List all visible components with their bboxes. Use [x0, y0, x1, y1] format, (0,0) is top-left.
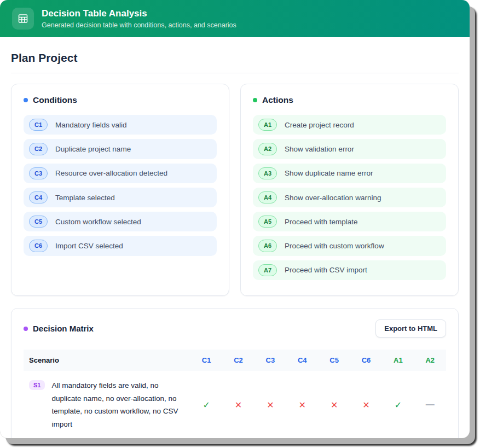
divider [11, 73, 459, 73]
page-title: Plan Project [11, 51, 459, 65]
item-id-badge: A6 [258, 240, 277, 252]
item-id-badge: A5 [258, 216, 277, 228]
item-id-badge: C3 [29, 167, 48, 179]
item-label: Proceed with CSV import [285, 266, 367, 274]
cross-mark-icon: ✕ [318, 371, 350, 438]
column-header-c1: C1 [190, 350, 222, 371]
list-item: C1 Mandatory fields valid [24, 115, 217, 135]
item-label: Custom workflow selected [55, 218, 141, 226]
conditions-card-header: Conditions [24, 95, 217, 105]
item-id-badge: C1 [29, 119, 48, 131]
item-id-badge: C2 [29, 143, 48, 155]
actions-card: Actions A1 Create project record A2 Show… [240, 84, 459, 296]
list-item: A3 Show duplicate name error [253, 164, 446, 183]
header-subtitle: Generated decision table with conditions… [42, 21, 236, 29]
actions-card-header: Actions [253, 95, 446, 105]
list-item: A6 Proceed with custom workflow [253, 236, 446, 255]
matrix-title-wrap: Decision Matrix [24, 324, 94, 333]
cross-mark-icon: ✕ [350, 371, 382, 438]
decision-matrix-card: Decision Matrix Export to HTML ScenarioC… [11, 308, 459, 438]
item-id-badge: A4 [258, 191, 277, 203]
item-label: Show over-allocation warning [285, 194, 381, 202]
matrix-title: Decision Matrix [33, 324, 94, 333]
header-banner: Decision Table Analysis Generated decisi… [0, 0, 470, 37]
actions-dot-icon [253, 98, 257, 102]
header-texts: Decision Table Analysis Generated decisi… [42, 8, 236, 28]
item-id-badge: C4 [29, 191, 48, 203]
check-mark-icon: ✓ [382, 371, 414, 438]
list-item: C3 Resource over-allocation detected [24, 164, 217, 183]
actions-title: Actions [262, 95, 293, 105]
item-label: Import CSV selected [55, 242, 123, 250]
table-icon [12, 8, 34, 30]
item-label: Duplicate project name [55, 145, 131, 153]
item-label: Show validation error [285, 145, 354, 153]
conditions-card: Conditions C1 Mandatory fields valid C2 … [11, 84, 229, 296]
list-item: A2 Show validation error [253, 139, 446, 159]
matrix-header-row: ScenarioC1C2C3C4C5C6A1A2 [24, 350, 446, 371]
cross-mark-icon: ✕ [222, 371, 254, 438]
item-id-badge: A7 [258, 264, 277, 276]
column-header-scenario: Scenario [24, 350, 190, 371]
matrix-body: S1All mandatory fields are valid, no dup… [24, 371, 446, 438]
item-id-badge: C5 [29, 216, 48, 228]
item-label: Template selected [55, 194, 115, 202]
page-body: Plan Project Conditions C1 Mandatory fie… [0, 37, 470, 438]
header-title: Decision Table Analysis [42, 8, 236, 19]
item-id-badge: A1 [258, 119, 277, 131]
item-label: Show duplicate name error [285, 169, 373, 177]
conditions-list: C1 Mandatory fields valid C2 Duplicate p… [24, 115, 217, 256]
conditions-dot-icon [24, 98, 28, 102]
check-mark-icon: ✓ [190, 371, 222, 438]
dash-mark-icon: — [414, 371, 446, 438]
list-item: A1 Create project record [253, 115, 446, 135]
cross-mark-icon: ✕ [286, 371, 318, 438]
column-header-c3: C3 [255, 350, 286, 371]
item-label: Create project record [285, 121, 354, 129]
column-header-c4: C4 [286, 350, 318, 371]
column-header-a1: A1 [382, 350, 414, 371]
item-label: Proceed with template [285, 218, 358, 226]
export-html-button[interactable]: Export to HTML [375, 319, 446, 338]
list-item: A7 Proceed with CSV import [253, 260, 446, 280]
list-item: A4 Show over-allocation warning [253, 188, 446, 207]
column-header-c2: C2 [222, 350, 254, 371]
list-item: C6 Import CSV selected [24, 236, 217, 255]
conditions-title: Conditions [33, 95, 77, 105]
column-header-c6: C6 [350, 350, 382, 371]
actions-list: A1 Create project record A2 Show validat… [253, 115, 446, 280]
app-window: Decision Table Analysis Generated decisi… [0, 0, 470, 438]
matrix-header: Decision Matrix Export to HTML [24, 319, 446, 338]
scenario-row-s1: S1All mandatory fields are valid, no dup… [24, 371, 446, 438]
list-item: C2 Duplicate project name [24, 139, 217, 159]
cards-grid: Conditions C1 Mandatory fields valid C2 … [11, 84, 459, 296]
item-id-badge: A3 [258, 167, 277, 179]
list-item: A5 Proceed with template [253, 212, 446, 231]
list-item: C5 Custom workflow selected [24, 212, 217, 231]
column-header-c5: C5 [318, 350, 350, 371]
cross-mark-icon: ✕ [255, 371, 286, 438]
decision-matrix-table: ScenarioC1C2C3C4C5C6A1A2 S1All mandatory… [24, 350, 446, 438]
item-label: Resource over-allocation detected [55, 169, 167, 177]
item-id-badge: A2 [258, 143, 277, 155]
matrix-dot-icon [24, 327, 28, 331]
scenario-cell: S1All mandatory fields are valid, no dup… [24, 371, 190, 438]
column-header-a2: A2 [414, 350, 446, 371]
item-id-badge: C6 [29, 240, 48, 252]
item-label: Mandatory fields valid [55, 121, 127, 129]
item-label: Proceed with custom workflow [285, 242, 384, 250]
scenario-label: All mandatory fields are valid, no dupli… [51, 379, 187, 431]
list-item: C4 Template selected [24, 188, 217, 207]
scenario-id-badge: S1 [29, 380, 45, 390]
